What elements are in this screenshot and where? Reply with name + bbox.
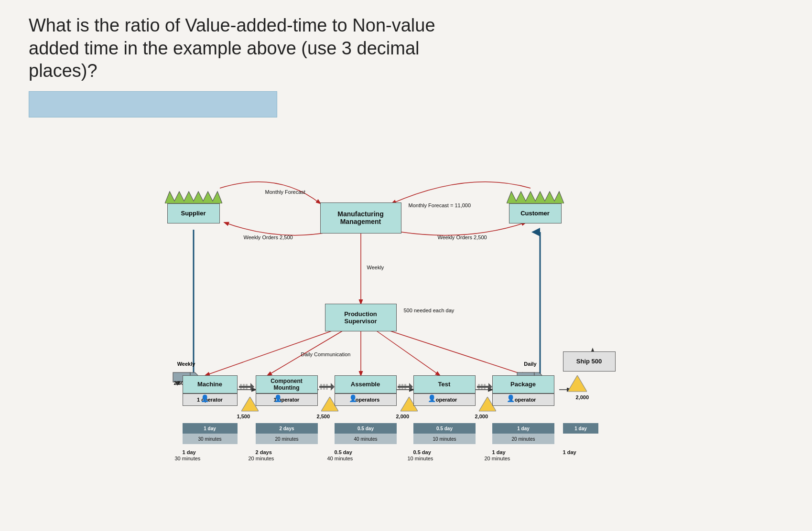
tl-component-up: 2 days — [256, 449, 272, 455]
svg-marker-33 — [331, 383, 335, 391]
vsm-arrows — [143, 132, 669, 504]
svg-text:1 day: 1 day — [204, 426, 216, 431]
package-person: 👤 — [507, 394, 515, 402]
push-1 — [239, 383, 254, 391]
svg-text:2 days: 2 days — [279, 426, 294, 431]
svg-text:1 day: 1 day — [574, 426, 587, 431]
monthly-forecast-label: Monthly Forecast — [265, 189, 305, 195]
component-person: 👤 — [274, 394, 282, 402]
assemble-person: 👤 — [349, 394, 357, 402]
svg-text:10 minutes: 10 minutes — [433, 436, 456, 442]
svg-marker-10 — [165, 191, 222, 203]
svg-rect-45 — [481, 384, 483, 390]
svg-text:30 minutes: 30 minutes — [198, 436, 221, 442]
package-op: 1 operator — [492, 393, 554, 406]
svg-rect-34 — [320, 384, 322, 390]
weekly-label: Weekly — [177, 361, 195, 367]
svg-rect-44 — [478, 384, 480, 390]
mgmt-box: Manufacturing Management — [320, 202, 401, 234]
tl-package-down: 20 minutes — [485, 456, 510, 461]
customer-label: Customer — [509, 203, 562, 223]
prod-supervisor-box: Production Supervisor — [325, 304, 397, 331]
tl-test-up: 0.5 day — [413, 449, 431, 455]
tl-ship-up: 1 day — [563, 449, 576, 455]
ship-box: Ship 500 — [563, 351, 616, 372]
supplier-factory: Supplier — [165, 189, 222, 223]
customer-factory: Customer — [507, 189, 564, 223]
svg-text:0.5 day: 0.5 day — [436, 426, 453, 431]
push-2 — [319, 383, 335, 391]
component-box: Component Mounting — [256, 375, 318, 393]
weekly-label: Weekly — [367, 265, 384, 270]
timeline-svg: 1 day 30 minutes 2 days 20 minutes 0.5 d… — [183, 423, 598, 447]
svg-rect-36 — [326, 384, 328, 390]
machine-person: 👤 — [201, 394, 209, 402]
tl-machine-down: 30 minutes — [175, 456, 201, 461]
inv-2-label: 2,500 — [317, 414, 330, 419]
svg-rect-30 — [243, 384, 245, 390]
tl-machine-up: 1 day — [183, 449, 196, 455]
inv-4-label: 2,000 — [475, 414, 488, 419]
machine-op: 1 operator — [183, 393, 238, 406]
svg-text:20 minutes: 20 minutes — [275, 436, 298, 442]
svg-rect-35 — [323, 384, 325, 390]
package-box: Package — [492, 375, 554, 393]
svg-marker-26 — [568, 375, 587, 392]
tl-component-down: 20 minutes — [249, 456, 274, 461]
assemble-box: Assemble — [335, 375, 397, 393]
test-box: Test — [413, 375, 476, 393]
inv-1-label: 1,500 — [237, 414, 250, 419]
weekly-orders-right: Weekly Orders 2,500 — [438, 234, 487, 240]
tl-assemble-up: 0.5 day — [335, 449, 352, 455]
machine-box: Machine — [183, 375, 238, 393]
svg-text:40 minutes: 40 minutes — [354, 436, 377, 442]
svg-rect-29 — [240, 384, 242, 390]
component-op: 1 operator — [256, 393, 318, 406]
tl-package-up: 1 day — [492, 449, 506, 455]
svg-rect-39 — [399, 384, 401, 390]
test-person: 👤 — [428, 394, 436, 402]
tl-assemble-down: 40 minutes — [327, 456, 353, 461]
ship-inv-label: 2,000 — [576, 394, 589, 400]
push-4 — [477, 383, 492, 391]
svg-text:20 minutes: 20 minutes — [511, 436, 535, 442]
svg-marker-11 — [507, 191, 564, 203]
supplier-label: Supplier — [167, 203, 220, 223]
test-op: 1 operator — [413, 393, 476, 406]
needed-label: 500 needed each day — [404, 308, 455, 313]
ship-inv — [568, 375, 587, 394]
svg-marker-28 — [250, 383, 254, 391]
daily-label: Daily — [524, 361, 536, 367]
daily-comm-label: Daily Communication — [301, 351, 351, 357]
page: What is the ratio of Value-added-time to… — [0, 0, 812, 531]
answer-input-box[interactable] — [29, 91, 277, 117]
svg-rect-31 — [246, 384, 248, 390]
inv-3-label: 2,000 — [396, 414, 410, 419]
svg-marker-43 — [488, 383, 492, 391]
assemble-op: 2 operators — [335, 393, 397, 406]
tl-test-down: 10 minutes — [408, 456, 433, 461]
monthly-forecast-value: Monthly Forecast = 11,000 — [409, 202, 471, 208]
svg-rect-46 — [484, 384, 486, 390]
vsm-diagram: Supplier Customer Manufacturing Manageme… — [143, 132, 669, 504]
weekly-orders-left: Weekly Orders 2,500 — [244, 234, 293, 240]
svg-marker-38 — [409, 383, 413, 391]
svg-rect-41 — [404, 384, 406, 390]
question-title: What is the ratio of Value-added-time to… — [29, 14, 459, 83]
push-3 — [398, 383, 413, 391]
svg-rect-40 — [401, 384, 403, 390]
svg-text:0.5 day: 0.5 day — [357, 426, 374, 431]
svg-text:1 day: 1 day — [517, 426, 530, 431]
